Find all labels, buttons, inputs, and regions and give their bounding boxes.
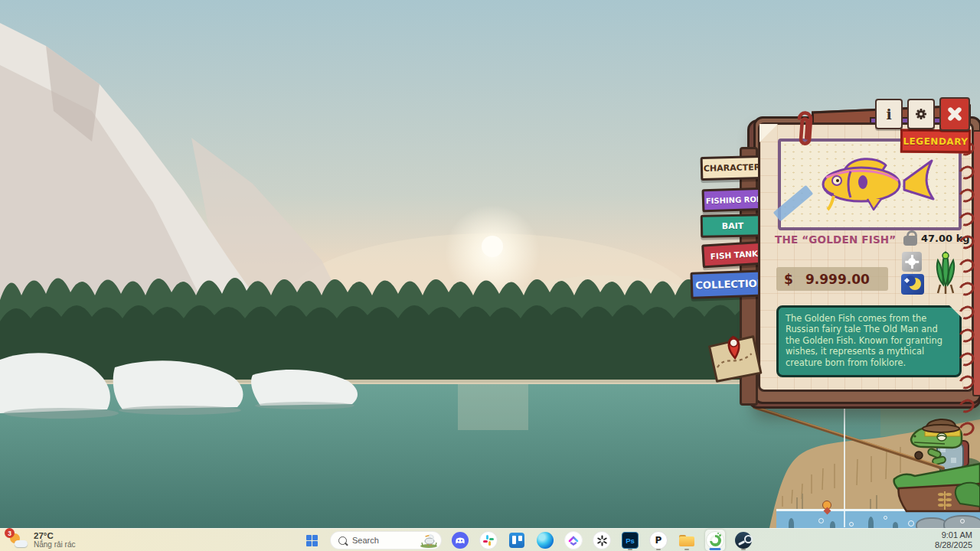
taskbar-center: Search: [302, 529, 753, 551]
tab-label: FISHING ROD: [706, 194, 763, 205]
taskbar-app-edge[interactable]: [535, 530, 555, 551]
rarity-badge: LEGENDARY: [900, 129, 971, 154]
chatgpt-icon: [593, 531, 611, 549]
running-indicator: [741, 549, 746, 551]
photoshop-glyph: Ps: [626, 536, 635, 545]
paperclip-icon: [789, 106, 819, 152]
windows-logo-icon: [306, 535, 318, 546]
tab-label: COLLECTION: [695, 277, 766, 291]
search-placeholder: Search: [352, 536, 419, 545]
spiral-ring: [956, 256, 976, 275]
weather-texts: 27°C Nắng rải rác: [34, 531, 75, 549]
spiral-ring: [956, 373, 976, 391]
close-button[interactable]: [939, 97, 970, 131]
tab-label: CHARACTER: [704, 162, 761, 174]
night-icon: [901, 274, 924, 295]
trello-icon: [509, 533, 524, 548]
tab-fishing-rod[interactable]: FISHING ROD: [702, 187, 767, 213]
spiral-ring: [956, 350, 976, 368]
taskbar-app-steam[interactable]: [733, 530, 753, 551]
info-button[interactable]: i: [875, 99, 903, 129]
spiral-ring: [956, 279, 976, 298]
taskbar-app-slack[interactable]: [479, 530, 498, 551]
taskbar: 3 27°C Nắng rải rác Search: [0, 528, 980, 551]
tab-fish-tank[interactable]: FISH TANK: [701, 240, 767, 268]
slack-icon: [479, 531, 498, 549]
desktop: CHARACTER FISHING ROD BAIT FISH TANK COL…: [0, 0, 980, 551]
price-box: $ 9.999.00: [776, 267, 888, 291]
bobber: [822, 500, 831, 516]
tab-label: FISH TANK: [710, 249, 758, 261]
taskbar-clock[interactable]: 9:01 AM 8/28/2025: [935, 530, 972, 550]
fish-description: The Golden Fish comes from the Russian f…: [776, 305, 962, 377]
spiral-binding: [959, 142, 975, 446]
golden-fish-image: [797, 150, 942, 219]
sun-glyph: [908, 258, 916, 266]
spiral-ring: [956, 419, 976, 438]
running-indicator: [684, 549, 689, 551]
fishing-game-icon: [706, 531, 724, 549]
fishing-rod: [750, 401, 980, 530]
taskbar-app-trello[interactable]: [507, 530, 527, 551]
edge-icon: [537, 532, 554, 549]
tab-bait[interactable]: BAIT: [701, 214, 766, 237]
p-app-icon: P: [649, 531, 668, 549]
map-button[interactable]: [702, 330, 768, 387]
spiral-ring: [956, 186, 976, 204]
clock-time: 9:01 AM: [935, 530, 972, 540]
seaweed-icon: [933, 249, 959, 295]
price-value: 9.999.00: [793, 272, 888, 287]
spiral-ring: [956, 210, 976, 228]
spiral-ring: [956, 396, 976, 415]
notification-badge: 3: [5, 528, 15, 538]
tab-character[interactable]: CHARACTER: [701, 155, 764, 181]
weather-condition: Nắng rải rác: [34, 540, 75, 549]
folder-icon: [679, 535, 694, 546]
search-box[interactable]: Search: [330, 531, 442, 549]
running-indicator: [656, 549, 661, 551]
info-icon: i: [886, 106, 891, 122]
steam-icon: [735, 532, 752, 549]
currency-icon: $: [784, 272, 793, 287]
moon-glyph: [909, 278, 921, 290]
fish-name: THE “GOLDEN FISH”: [775, 233, 900, 246]
photoshop-icon: Ps: [622, 532, 639, 549]
taskbar-app-photoshop[interactable]: Ps: [620, 530, 640, 551]
running-indicator: [628, 549, 632, 551]
taskbar-app-discord[interactable]: [450, 530, 470, 551]
day-icon: [902, 252, 922, 272]
weight-icon: [903, 230, 917, 246]
cloud-icon: [15, 540, 28, 547]
spiral-ring: [956, 326, 976, 344]
page-fold-corner: [760, 124, 778, 142]
fishing-line: [844, 405, 845, 527]
temperature: 27°C: [34, 531, 75, 540]
heron-bird-image: [419, 533, 439, 548]
clickup-icon: [564, 531, 583, 549]
weather-widget[interactable]: 3 27°C Nắng rải rác: [8, 531, 75, 549]
clock-date: 8/28/2025: [935, 540, 972, 550]
spiral-ring: [956, 163, 976, 181]
search-icon: [338, 536, 347, 545]
taskbar-app-file-explorer[interactable]: [677, 530, 697, 551]
sun-cloud-icon: 3: [8, 531, 29, 549]
active-indicator: [710, 548, 721, 550]
taskbar-app-fishing-game[interactable]: [705, 530, 725, 551]
start-button[interactable]: [302, 530, 322, 551]
p-glyph: P: [655, 535, 662, 546]
taskbar-app-p[interactable]: P: [648, 530, 668, 551]
gear-icon: [913, 106, 929, 122]
taskbar-app-chatgpt[interactable]: [592, 530, 612, 551]
tab-label: BAIT: [722, 220, 744, 230]
settings-button[interactable]: [907, 99, 935, 129]
discord-icon: [452, 532, 469, 549]
taskbar-app-clickup[interactable]: [564, 530, 583, 551]
spiral-ring: [956, 303, 976, 321]
spiral-ring: [956, 233, 976, 251]
